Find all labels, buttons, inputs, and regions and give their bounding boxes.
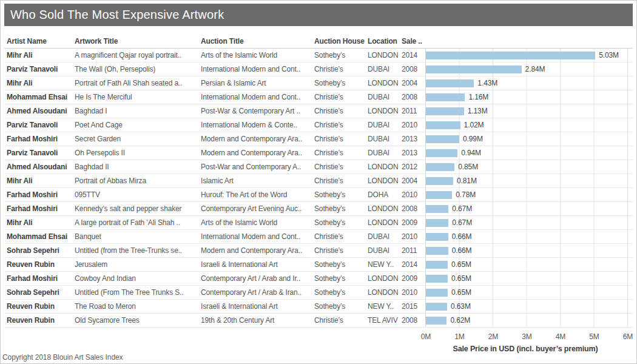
sale-price-bar[interactable]	[426, 177, 453, 185]
bar-value-label: 0.85M	[458, 160, 478, 174]
sale-price-bar[interactable]	[426, 52, 595, 59]
artwork-title-cell: A large portrait of Fath ’Ali Shah ..	[75, 216, 201, 229]
sale-price-bar[interactable]	[426, 191, 452, 199]
table-row[interactable]: Mohammad Ehsai Banquet International Mod…	[4, 230, 633, 244]
sale-price-bar[interactable]	[426, 219, 448, 227]
sale-price-bar[interactable]	[426, 163, 454, 171]
bar-cell: 1.43M	[425, 76, 628, 90]
sale-year-cell: 2014	[402, 258, 425, 271]
bar-cell: 1.13M	[425, 104, 628, 118]
sale-price-bar[interactable]	[426, 66, 522, 73]
x-axis-row: 0M1M2M3M4M5M6M	[4, 328, 633, 342]
sale-year-cell: 2008	[402, 90, 425, 104]
sale-year-cell: 2004	[402, 76, 425, 90]
auction-title-cell: Persian & Islamic Art	[201, 76, 314, 90]
sale-price-bar[interactable]	[426, 275, 448, 283]
column-header-artwork-title[interactable]: Artwork Title	[75, 35, 201, 48]
auction-title-cell: Modern and Contemporary Ara..	[201, 132, 314, 146]
table-row[interactable]: Farhad Moshiri Kennedy’s salt and pepper…	[4, 202, 633, 216]
bar-cell: 0.62M	[425, 314, 628, 327]
sale-price-bar[interactable]	[426, 233, 448, 241]
location-cell: LONDON	[368, 202, 402, 215]
artwork-title-cell: Secret Garden	[75, 132, 201, 146]
artist-name-cell: Mihr Ali	[7, 76, 75, 90]
table-row[interactable]: Parviz Tanavoli Poet And Cage Internatio…	[4, 118, 633, 132]
column-header-artist-name[interactable]: Artist Name	[7, 35, 75, 48]
location-cell: LONDON	[368, 76, 402, 90]
x-axis-tick: 0M	[421, 330, 431, 343]
copyright-note: Copyright 2018 Blouin Art Sales Index	[2, 353, 123, 362]
sale-price-bar[interactable]	[426, 247, 448, 255]
bar-cell: 0.67M	[425, 216, 628, 229]
auction-house-cell: Christie’s	[314, 90, 368, 104]
table-row[interactable]: Mihr Ali A large portrait of Fath ’Ali S…	[4, 216, 633, 230]
sale-price-bar[interactable]	[426, 289, 448, 297]
sale-price-bar[interactable]	[426, 303, 447, 311]
table-row[interactable]: Mohammad Ehsai He Is The Merciful Intern…	[4, 90, 633, 104]
bar-cell: 1.02M	[425, 118, 628, 132]
auction-title-cell: Contemporary Art / Arab and Ir..	[201, 272, 314, 285]
location-cell: NEW Y..	[368, 300, 402, 313]
viz-table-and-bars: Artist Name Artwork Title Auction Title …	[4, 35, 633, 357]
table-row[interactable]: Reuven Rubin Old Sycamore Trees 19th & 2…	[4, 314, 633, 328]
sale-year-cell: 2010	[402, 188, 425, 201]
table-row[interactable]: Farhad Moshiri Cowboy And Indian Contemp…	[4, 272, 633, 286]
sale-price-bar[interactable]	[426, 135, 459, 143]
table-row[interactable]: Reuven Rubin Jerusalem Israeli & Interna…	[4, 258, 633, 272]
table-row[interactable]: Reuven Rubin The Road to Meron Israeli &…	[4, 300, 633, 314]
artist-name-cell: Farhad Moshiri	[7, 188, 75, 201]
sale-year-cell: 2008	[402, 314, 425, 327]
sale-price-bar[interactable]	[426, 107, 464, 115]
auction-house-cell: Christie’s	[314, 230, 368, 243]
bar-value-label: 0.67M	[452, 202, 472, 215]
sale-price-bar[interactable]	[426, 121, 460, 129]
column-header-auction-house[interactable]: Auction House	[314, 35, 368, 48]
artist-name-cell: Mihr Ali	[7, 174, 75, 187]
sale-price-bar[interactable]	[426, 93, 465, 101]
bar-value-label: 0.99M	[463, 132, 483, 146]
table-row[interactable]: Mihr Ali Portrait of Abbas Mirza Islamic…	[4, 174, 633, 188]
sale-price-bar[interactable]	[426, 79, 474, 87]
table-row[interactable]: Parviz Tanavoli The Wall (Oh, Persepolis…	[4, 62, 633, 76]
table-row[interactable]: Mihr Ali Portrait of Fath Ali Shah seate…	[4, 76, 633, 90]
table-row[interactable]: Parviz Tanavoli Oh Persepolis II Modern …	[4, 146, 633, 160]
x-axis-tick: 6M	[623, 330, 633, 343]
artwork-title-cell: Baghdad I	[75, 104, 201, 118]
table-row[interactable]: Mihr Ali A magnificent Qajar royal portr…	[4, 49, 633, 62]
column-header-sale-year[interactable]: Sale ..	[402, 35, 425, 48]
table-row[interactable]: Farhad Moshiri 095TTV Hurouf: The Art of…	[4, 188, 633, 202]
artwork-title-cell: 095TTV	[75, 188, 201, 201]
bar-value-label: 0.65M	[451, 272, 471, 285]
sale-price-bar[interactable]	[426, 149, 457, 157]
table-row[interactable]: Farhad Moshiri Secret Garden Modern and …	[4, 132, 633, 146]
bar-cell: 0.85M	[425, 160, 628, 174]
x-axis-title: Sale Price in USD (incl. buyer’s premium…	[425, 342, 628, 357]
auction-title-cell: Islamic Art	[201, 174, 314, 187]
artwork-title-cell: Kennedy’s salt and pepper shaker	[75, 202, 201, 215]
bar-value-label: 0.81M	[457, 174, 477, 187]
sale-year-cell: 2013	[402, 146, 425, 160]
artwork-title-cell: Portrait of Fath Ali Shah seated a..	[75, 76, 201, 90]
bar-value-label: 1.16M	[468, 90, 488, 104]
location-cell: LONDON	[368, 216, 402, 229]
column-header-auction-title[interactable]: Auction Title	[201, 35, 314, 48]
sale-price-bar[interactable]	[426, 317, 447, 325]
auction-title-cell: International Modern and Cont..	[201, 90, 314, 104]
sale-year-cell: 2013	[402, 132, 425, 146]
sale-price-bar[interactable]	[426, 205, 448, 213]
auction-title-cell: Contemporary Art Evening Auc..	[201, 202, 314, 215]
column-header-location[interactable]: Location	[368, 35, 402, 48]
table-row[interactable]: Ahmed Alsoudani Baghdad II Post-War and …	[4, 160, 633, 174]
artist-name-cell: Farhad Moshiri	[7, 272, 75, 285]
bar-cell: 0.94M	[425, 146, 628, 160]
auction-house-cell: Sotheby’s	[314, 188, 368, 201]
artwork-title-cell: Poet And Cage	[75, 118, 201, 132]
table-row[interactable]: Sohrab Sepehri Untitled (from the Tree-T…	[4, 244, 633, 258]
artwork-title-cell: Cowboy And Indian	[75, 272, 201, 285]
table-row[interactable]: Sohrab Sepehri Untitled (From The Tree T…	[4, 286, 633, 300]
bar-cell: 0.81M	[425, 174, 628, 187]
table-row[interactable]: Ahmed Alsoudani Baghdad I Post-War & Con…	[4, 104, 633, 118]
auction-title-cell: Israeli & International Art	[201, 300, 314, 313]
bar-value-label: 0.94M	[461, 146, 481, 160]
sale-price-bar[interactable]	[426, 261, 448, 269]
